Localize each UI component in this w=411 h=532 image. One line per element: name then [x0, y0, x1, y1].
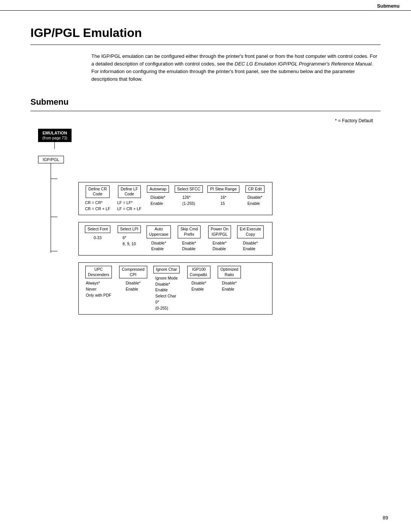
s2c2-val: 6* 8, 9, 10	[123, 235, 136, 247]
section1-nodes-row: Define CR Code CR = CR* CR = CR + LF Def…	[83, 185, 268, 212]
s3c3-node: Ignore Char	[153, 266, 180, 273]
s2c1-node: Select Font	[85, 225, 110, 233]
section2-col6: Ext Execute Copy Disable* Enable	[235, 225, 266, 252]
s1c4-val: 126* (1-255)	[182, 195, 195, 207]
s2c3-val: Disable* Enable	[151, 240, 166, 252]
emulation-box: EMULATION (from page 73)	[38, 129, 72, 142]
s2c4-val: Enable* Disable	[182, 240, 196, 252]
s3c5-node: Optimized Ratio	[218, 266, 241, 278]
section3-nodes-row: UPC Descenders Always* Never Only with P…	[83, 266, 268, 311]
s2c2-node: Select LPI	[118, 225, 141, 233]
section3: UPC Descenders Always* Never Only with P…	[78, 262, 272, 315]
section1-col4: Select SFCC 126* (1-255)	[172, 185, 206, 207]
s3c2-node: Compressed CPI	[119, 266, 147, 278]
section2-nodes-row: Select Font 0-33 Select LPI 6* 8, 9, 10	[83, 225, 268, 252]
s3c1-node: UPC Descenders	[85, 266, 112, 278]
section3-col5: Optimized Ratio Disable* Enable	[214, 266, 245, 292]
s3c1-val: Always* Never Only with PDF	[86, 280, 111, 298]
s1c1-node: Define CR Code	[86, 185, 109, 198]
submenu-title: Submenu	[30, 97, 381, 107]
intro-text: The IGP/PGL emulation can be configured …	[91, 53, 381, 83]
section1-col3: Autowrap Disable* Enable	[144, 185, 172, 207]
header-label: Submenu	[377, 3, 400, 9]
factory-default-note: * = Factory Default	[30, 118, 381, 123]
s3c4-val: Disable* Enable	[191, 280, 206, 292]
section3-col2: Compressed CPI Disable* Enable	[117, 266, 150, 292]
header-bar: Submenu	[0, 0, 411, 11]
s3c5-val: Disable* Enable	[222, 280, 237, 292]
s1c3-node: Autowrap	[147, 185, 169, 193]
section2-col2: Select LPI 6* 8, 9, 10	[115, 225, 143, 247]
igppgl-node: IGP/PGL	[38, 156, 64, 163]
s1c2-val: LF = LF* LF = CR + LF	[117, 200, 142, 212]
page-number: 89	[383, 515, 388, 521]
s2c5-val: Enable* Disable	[213, 240, 227, 252]
s2c6-val: Disable* Enable	[243, 240, 258, 252]
left-spine: EMULATION (from page 73) IGP/PGL	[38, 129, 72, 253]
section2-col4: Skip Cmd Prefix Enable* Disable	[174, 225, 204, 252]
s1c5-val: 16* 15	[220, 195, 226, 207]
s2c3-node: Auto Uppercase	[147, 225, 171, 238]
s3c3-val: Ignore Mode Disable* Enable Select Char …	[155, 275, 178, 312]
s1c3-val: Disable* Enable	[151, 195, 166, 207]
page-content: IGP/PGL Emulation The IGP/PGL emulation …	[0, 11, 411, 337]
section1-col6: CR Edit Disable* Enable	[242, 185, 268, 207]
s1c4-node: Select SFCC	[175, 185, 203, 193]
emulation-label: EMULATION	[40, 130, 69, 136]
s2c1-val: 0-33	[94, 235, 102, 241]
section2-col1: Select Font 0-33	[83, 225, 115, 241]
section1: Define CR Code CR = CR* CR = CR + LF Def…	[78, 182, 272, 216]
s1c6-val: Disable* Enable	[247, 195, 262, 207]
s1c5-node: PI Slew Range	[207, 185, 239, 193]
sections-area: Define CR Code CR = CR* CR = CR + LF Def…	[78, 182, 272, 315]
section3-col4: IGP100 Compatbl. Disable* Enable	[184, 266, 214, 292]
section1-col1: Define CR Code CR = CR* CR = CR + LF	[83, 185, 115, 212]
emulation-sub: (from page 73)	[40, 136, 69, 141]
section2: Select Font 0-33 Select LPI 6* 8, 9, 10	[78, 222, 272, 256]
section3-col3: Ignore Char Ignore Mode Disable* Enable …	[150, 266, 184, 311]
s1c1-val: CR = CR* CR = CR + LF	[85, 200, 110, 212]
title-divider	[30, 45, 381, 45]
section3-col1: UPC Descenders Always* Never Only with P…	[83, 266, 117, 299]
s1c2-node: Define LF Code	[118, 185, 141, 198]
s2c6-node: Ext Execute Copy	[237, 225, 264, 238]
section1-col2: Define LF Code LF = LF* LF = CR + LF	[115, 185, 144, 212]
section2-col5: Power On IGP/PGL Enable* Disable	[204, 225, 235, 252]
diagram-layout: EMULATION (from page 73) IGP/PGL	[38, 129, 381, 315]
section1-col5: PI Slew Range 16* 15	[205, 185, 241, 207]
s2c5-node: Power On IGP/PGL	[208, 225, 231, 238]
s1c6-node: CR Edit	[245, 185, 264, 193]
s3c4-node: IGP100 Compatbl.	[187, 266, 211, 278]
page-title: IGP/PGL Emulation	[30, 26, 381, 40]
section2-col3: Auto Uppercase Disable* Enable	[143, 225, 174, 252]
submenu-divider	[30, 111, 381, 111]
s3c2-val: Disable* Enable	[126, 280, 140, 292]
s2c4-node: Skip Cmd Prefix	[178, 225, 201, 238]
